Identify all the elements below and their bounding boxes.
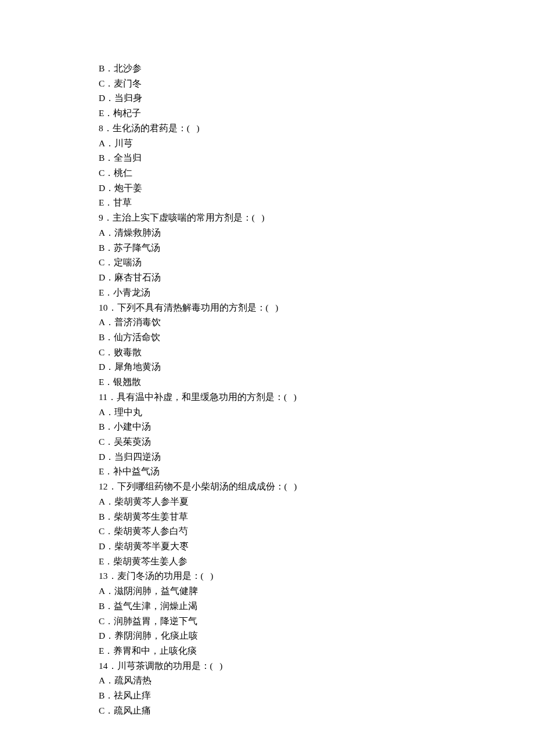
option-text: D．养阴润肺，化痰止咳: [99, 628, 534, 643]
option-text: D．炮干姜: [99, 181, 534, 196]
option-text: B．益气生津，润燥止渴: [99, 599, 534, 614]
option-text: E．柴胡黄芩生姜人参: [99, 554, 534, 569]
option-text: B．仙方活命饮: [99, 330, 534, 345]
option-text: B．祛风止痒: [99, 688, 534, 703]
option-text: A．理中丸: [99, 405, 534, 420]
option-text: C．定喘汤: [99, 255, 534, 270]
question-text: 14．川芎茶调散的功用是：( ): [99, 658, 534, 674]
option-text: C．麦门冬: [99, 76, 534, 91]
question-text: 10．下列不具有清热解毒功用的方剂是：( ): [99, 300, 534, 315]
option-text: B．柴胡黄芩生姜甘草: [99, 509, 534, 524]
option-text: C．桃仁: [99, 165, 534, 181]
option-text: C．润肺益胃，降逆下气: [99, 614, 534, 629]
option-text: E．养胃和中，止咳化痰: [99, 643, 534, 658]
option-text: B．苏子降气汤: [99, 240, 534, 255]
option-text: C．柴胡黄芩人参白芍: [99, 524, 534, 539]
option-text: A．清燥救肺汤: [99, 225, 534, 240]
option-text: D．当归身: [99, 91, 534, 106]
question-text: 12．下列哪组药物不是小柴胡汤的组成成份：( ): [99, 479, 534, 494]
option-text: D．犀角地黄汤: [99, 359, 534, 375]
option-text: C．吴茱萸汤: [99, 434, 534, 449]
question-text: 13．麦门冬汤的功用是：( ): [99, 568, 534, 584]
option-text: D．麻杏甘石汤: [99, 270, 534, 285]
option-text: C．疏风止痛: [99, 703, 534, 718]
option-text: B．小建中汤: [99, 419, 534, 434]
option-text: E．银翘散: [99, 375, 534, 390]
document-page: B．北沙参 C．麦门冬 D．当归身 E．枸杞子 8．生化汤的君药是：( ) A．…: [0, 0, 534, 756]
option-text: A．滋阴润肺，益气健脾: [99, 584, 534, 599]
option-text: B．全当归: [99, 150, 534, 165]
option-text: E．甘草: [99, 195, 534, 210]
option-text: E．小青龙汤: [99, 285, 534, 300]
option-text: A．疏风清热: [99, 673, 534, 688]
question-text: 8．生化汤的君药是：( ): [99, 121, 534, 136]
option-text: C．败毒散: [99, 345, 534, 360]
option-text: A．川芎: [99, 136, 534, 151]
question-text: 11．具有温中补虚，和里缓急功用的方剂是：( ): [99, 390, 534, 405]
option-text: E．枸杞子: [99, 106, 534, 121]
option-text: B．北沙参: [99, 61, 534, 76]
option-text: A．普济消毒饮: [99, 315, 534, 330]
option-text: A．柴胡黄芩人参半夏: [99, 494, 534, 509]
option-text: D．柴胡黄芩半夏大枣: [99, 539, 534, 554]
option-text: E．补中益气汤: [99, 464, 534, 479]
option-text: D．当归四逆汤: [99, 449, 534, 465]
question-text: 9．主治上实下虚咳喘的常用方剂是：( ): [99, 210, 534, 225]
